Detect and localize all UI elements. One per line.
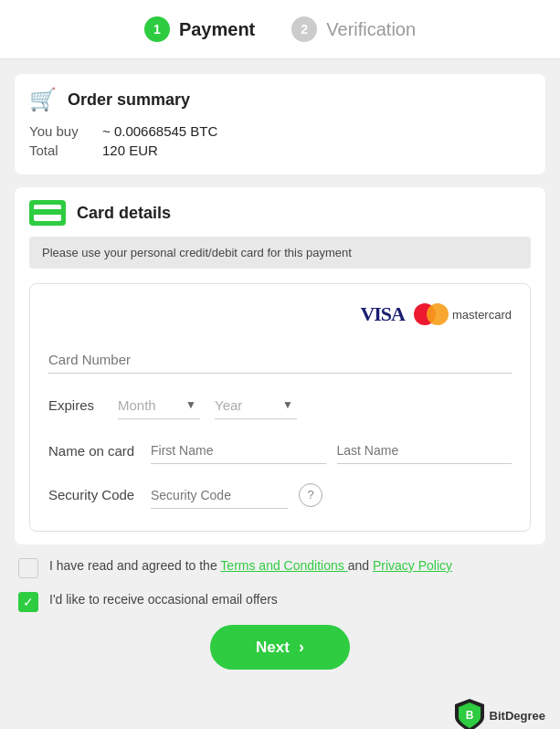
order-row-total: Total 120 EUR <box>29 143 531 158</box>
year-select-wrapper: Year 2024 2025 2026 2027 2028 2029 ▼ <box>215 390 297 419</box>
name-on-card-label: Name on card <box>48 443 140 464</box>
month-select-wrapper: Month 01 02 03 04 05 06 07 08 09 10 11 1… <box>118 390 200 419</box>
security-code-input[interactable] <box>151 481 288 509</box>
mc-circle-orange <box>427 303 449 325</box>
step-1-circle: 1 <box>144 16 170 42</box>
terms-text: I have read and agreed to the Terms and … <box>49 557 452 576</box>
mc-circles <box>414 303 449 325</box>
order-summary-header: 🛒 Order summary <box>29 87 531 112</box>
cart-icon: 🛒 <box>29 87 57 112</box>
button-row: Next › <box>15 625 545 670</box>
terms-checkbox[interactable] <box>18 558 38 578</box>
svg-text:B: B <box>465 709 473 722</box>
bitdegree-shield-icon: B <box>455 699 484 729</box>
expires-label: Expires <box>48 397 103 413</box>
card-number-field <box>48 344 512 374</box>
steps-header: 1 Payment 2 Verification <box>0 0 560 59</box>
step-payment: 1 Payment <box>144 16 255 42</box>
security-code-row: Security Code ? <box>48 481 512 509</box>
step-2-circle: 2 <box>291 16 317 42</box>
next-arrow-icon: › <box>299 638 304 657</box>
terms-link[interactable]: Terms and Conditions <box>220 558 347 573</box>
order-row-youbuy: You buy ~ 0.00668545 BTC <box>29 123 531 139</box>
name-on-card-row: Name on card <box>48 436 512 464</box>
bitdegree-label: BitDegree <box>490 709 545 723</box>
you-buy-value: ~ 0.00668545 BTC <box>102 123 217 139</box>
order-summary-title: Order summary <box>68 90 190 110</box>
offers-text: I'd like to receive occasional email off… <box>49 591 278 609</box>
you-buy-label: You buy <box>29 123 84 139</box>
terms-checkbox-row: I have read and agreed to the Terms and … <box>18 557 542 578</box>
main-content: 🛒 Order summary You buy ~ 0.00668545 BTC… <box>0 59 560 699</box>
privacy-link[interactable]: Privacy Policy <box>373 558 452 573</box>
total-label: Total <box>29 143 84 158</box>
info-banner: Please use your personal credit/debit ca… <box>29 237 531 269</box>
card-section-icon <box>29 200 66 226</box>
month-select[interactable]: Month 01 02 03 04 05 06 07 08 09 10 11 1… <box>118 390 200 419</box>
next-button-label: Next <box>256 639 290 657</box>
year-select[interactable]: Year 2024 2025 2026 2027 2028 2029 <box>215 390 297 419</box>
checkbox-section: I have read and agreed to the Terms and … <box>15 557 545 612</box>
offers-checkbox[interactable] <box>18 592 38 612</box>
mastercard-text: mastercard <box>452 308 512 322</box>
expires-row: Expires Month 01 02 03 04 05 06 07 08 09… <box>48 390 512 419</box>
last-name-input[interactable] <box>337 436 512 464</box>
card-number-input[interactable] <box>48 344 512 374</box>
offers-checkbox-row: I'd like to receive occasional email off… <box>18 591 542 612</box>
card-details-section: Card details Please use your personal cr… <box>15 187 545 544</box>
footer-logo: B BitDegree <box>0 699 560 729</box>
card-details-header: Card details <box>29 200 531 226</box>
card-logos: VISA mastercard <box>48 302 512 326</box>
first-name-input[interactable] <box>151 436 326 464</box>
order-summary-section: 🛒 Order summary You buy ~ 0.00668545 BTC… <box>15 74 545 174</box>
visa-logo: VISA <box>360 302 405 326</box>
next-button[interactable]: Next › <box>210 625 350 670</box>
total-value: 120 EUR <box>102 143 158 158</box>
security-code-help-icon[interactable]: ? <box>299 483 322 507</box>
mastercard-logo: mastercard <box>414 303 512 325</box>
payment-form-card: VISA mastercard Expires Month <box>29 283 531 532</box>
security-code-label: Security Code <box>48 487 140 502</box>
card-details-title: Card details <box>77 204 171 223</box>
step-1-label: Payment <box>179 19 255 40</box>
step-verification: 2 Verification <box>291 16 416 42</box>
step-2-label: Verification <box>326 19 416 40</box>
